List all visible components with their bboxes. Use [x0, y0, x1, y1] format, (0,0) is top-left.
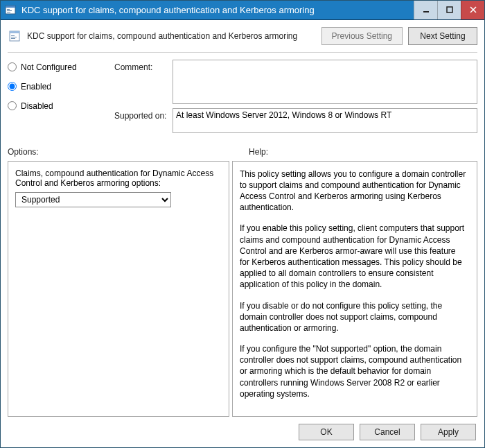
policy-name: KDC support for claims, compound authent… [27, 31, 316, 41]
svg-rect-12 [11, 37, 17, 37]
svg-rect-4 [7, 12, 10, 12]
radio-label: Enabled [21, 82, 51, 92]
state-enabled[interactable]: Enabled [8, 82, 112, 92]
state-disabled[interactable]: Disabled [8, 101, 112, 111]
help-paragraph: If you configure the "Not supported" opt… [240, 343, 467, 399]
minimize-button[interactable] [414, 1, 437, 19]
help-column-label: Help: [249, 147, 477, 157]
next-setting-button[interactable]: Next Setting [408, 27, 477, 45]
svg-rect-2 [7, 9, 10, 10]
radio-not-configured[interactable] [8, 62, 17, 71]
supported-on-text: At least Windows Server 2012, Windows 8 … [176, 110, 391, 120]
help-panel: This policy setting allows you to config… [232, 161, 477, 417]
minimize-icon [423, 6, 430, 13]
window-controls [414, 1, 484, 19]
help-paragraph: This policy setting allows you to config… [240, 169, 467, 214]
svg-rect-11 [11, 35, 15, 36]
svg-rect-13 [11, 38, 15, 39]
header-row: KDC support for claims, compound authent… [8, 20, 477, 52]
help-paragraph: If you enable this policy setting, clien… [240, 223, 467, 290]
radio-label: Disabled [21, 101, 53, 111]
state-not-configured[interactable]: Not Configured [8, 62, 112, 72]
svg-rect-10 [10, 31, 19, 33]
supported-on-box[interactable]: At least Windows Server 2012, Windows 8 … [173, 108, 477, 133]
maximize-button[interactable] [437, 1, 461, 19]
supported-on-label: Supported on: [114, 108, 170, 121]
svg-rect-5 [423, 11, 429, 12]
cancel-button[interactable]: Cancel [360, 424, 415, 440]
ok-button[interactable]: OK [299, 424, 354, 440]
options-dropdown-label: Claims, compound authentication for Dyna… [15, 169, 222, 188]
help-paragraph: If you disable or do not configure this … [240, 300, 467, 334]
svg-rect-1 [6, 6, 15, 8]
svg-rect-3 [7, 10, 12, 11]
divider [8, 52, 477, 53]
config-section: Not Configured Enabled Disabled Comment:… [8, 60, 477, 133]
comment-input[interactable] [173, 60, 477, 104]
radio-enabled[interactable] [8, 82, 17, 91]
app-icon [1, 4, 20, 15]
previous-setting-button: Previous Setting [321, 27, 403, 45]
gpo-setting-dialog: KDC support for claims, compound authent… [0, 0, 485, 448]
window-title: KDC support for claims, compound authent… [20, 5, 414, 15]
titlebar: KDC support for claims, compound authent… [1, 1, 484, 20]
comment-label: Comment: [114, 60, 170, 72]
options-dropdown[interactable]: Supported [15, 192, 171, 207]
radio-disabled[interactable] [8, 101, 17, 110]
close-icon [470, 6, 477, 13]
apply-button[interactable]: Apply [421, 424, 476, 440]
footer-buttons: OK Cancel Apply [8, 417, 477, 440]
maximize-icon [446, 6, 453, 13]
options-column-label: Options: [8, 147, 232, 157]
options-panel: Claims, compound authentication for Dyna… [8, 161, 229, 417]
policy-icon [8, 28, 23, 44]
close-button[interactable] [461, 1, 484, 19]
svg-rect-6 [447, 7, 452, 12]
radio-label: Not Configured [21, 62, 77, 72]
help-text[interactable]: This policy setting allows you to config… [240, 169, 470, 409]
columns-header: Options: Help: [8, 147, 477, 157]
panels: Claims, compound authentication for Dyna… [8, 161, 477, 417]
